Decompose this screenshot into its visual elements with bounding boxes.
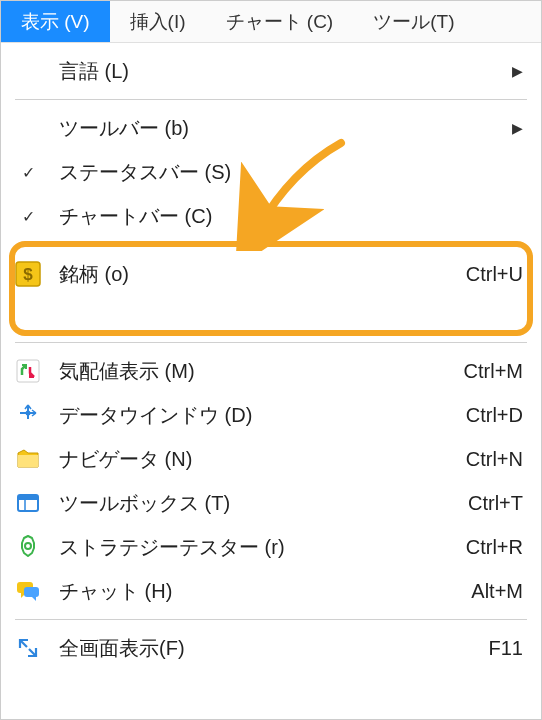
menu-symbols-shortcut: Ctrl+U [466,263,523,286]
fullscreen-icon [11,631,45,665]
menu-statusbar-label: ステータスバー (S) [59,159,523,186]
menu-item-marketwatch[interactable]: 気配値表示 (M) Ctrl+M [1,349,541,393]
menubar-chart-label: チャート (C) [226,9,334,35]
svg-point-3 [26,411,31,416]
menu-datawindow-label: データウインドウ (D) [59,402,466,429]
menu-fullscreen-label: 全画面表示(F) [59,635,489,662]
menu-toolbars-label: ツールバー (b) [59,115,512,142]
svg-text:$: $ [23,265,33,284]
menu-item-obscured[interactable] [1,310,541,336]
chat-icon [11,574,45,608]
menu-strategytester-shortcut: Ctrl+R [466,536,523,559]
menu-symbols-label: 銘柄 (o) [59,261,466,288]
strategytester-icon [11,530,45,564]
menu-item-fullscreen[interactable]: 全画面表示(F) F11 [1,626,541,670]
svg-rect-2 [17,360,39,382]
menu-item-statusbar[interactable]: ✓ ステータスバー (S) [1,150,541,194]
menu-item-language[interactable]: 言語 (L) ▶ [1,49,541,93]
menu-navigator-label: ナビゲータ (N) [59,446,466,473]
chevron-right-icon: ▶ [512,63,523,79]
menu-strategytester-label: ストラテジーテスター (r) [59,534,466,561]
menubar: 表示 (V) 挿入(I) チャート (C) ツール(T) [1,1,541,43]
menubar-tools-label: ツール(T) [373,9,454,35]
menubar-view[interactable]: 表示 (V) [1,1,110,42]
svg-rect-6 [18,495,38,500]
menubar-chart[interactable]: チャート (C) [206,1,354,42]
menu-toolbox-shortcut: Ctrl+T [468,492,523,515]
menu-item-symbols[interactable]: $ 銘柄 (o) Ctrl+U [1,252,541,296]
menu-item-toolbox[interactable]: ツールボックス (T) Ctrl+T [1,481,541,525]
chevron-right-icon: ▶ [512,120,523,136]
menubar-view-label: 表示 (V) [21,9,90,35]
check-icon: ✓ [11,207,45,226]
svg-point-8 [25,543,31,549]
menu-marketwatch-shortcut: Ctrl+M [464,360,523,383]
svg-rect-10 [24,587,39,597]
menu-item-navigator[interactable]: ナビゲータ (N) Ctrl+N [1,437,541,481]
menu-item-toolbars[interactable]: ツールバー (b) ▶ [1,106,541,150]
separator [15,619,527,620]
menu-item-strategytester[interactable]: ストラテジーテスター (r) Ctrl+R [1,525,541,569]
navigator-icon [11,442,45,476]
menu-language-label: 言語 (L) [59,58,512,85]
menu-item-chat[interactable]: チャット (H) Alt+M [1,569,541,613]
menubar-insert-label: 挿入(I) [130,9,186,35]
symbols-icon: $ [11,257,45,291]
separator [15,342,527,343]
menu-datawindow-shortcut: Ctrl+D [466,404,523,427]
toolbox-icon [11,486,45,520]
menubar-insert[interactable]: 挿入(I) [110,1,206,42]
menu-chat-shortcut: Alt+M [471,580,523,603]
svg-rect-4 [18,455,38,467]
datawindow-icon [11,398,45,432]
menu-marketwatch-label: 気配値表示 (M) [59,358,464,385]
marketwatch-icon [11,354,45,388]
menu-chartbar-label: チャートバー (C) [59,203,523,230]
menu-item-chartbar[interactable]: ✓ チャートバー (C) [1,194,541,238]
separator [15,99,527,100]
menu-chat-label: チャット (H) [59,578,471,605]
check-icon: ✓ [11,163,45,182]
menubar-tools[interactable]: ツール(T) [353,1,474,42]
menu-navigator-shortcut: Ctrl+N [466,448,523,471]
view-menu-dropdown: 言語 (L) ▶ ツールバー (b) ▶ ✓ ステータスバー (S) ✓ チャー… [1,43,541,680]
menu-fullscreen-shortcut: F11 [489,637,523,660]
menu-item-datawindow[interactable]: データウインドウ (D) Ctrl+D [1,393,541,437]
menu-toolbox-label: ツールボックス (T) [59,490,468,517]
